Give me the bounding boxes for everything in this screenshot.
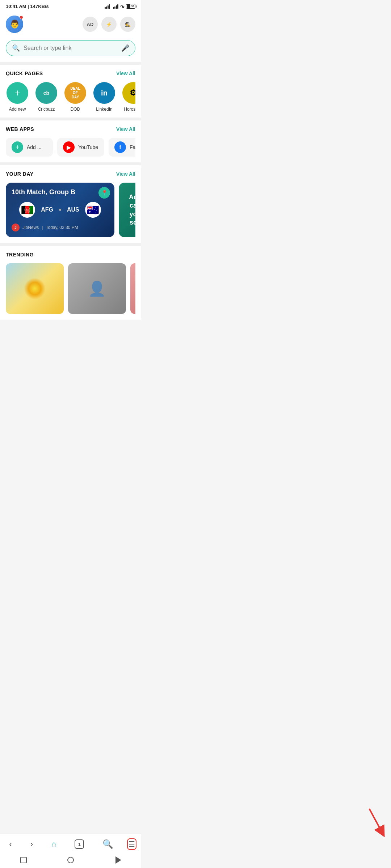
web-apps-view-all[interactable]: View All — [116, 126, 135, 132]
trending-section: TRENDING 👤 👰 — [0, 246, 141, 320]
card-content: 10th Match, Group B 🇦🇫 AFG AUS 🇦🇺 J JioN… — [12, 188, 109, 231]
web-app-add-icon: + — [12, 141, 23, 153]
quick-page-linkedin-label: LinkedIn — [96, 107, 112, 112]
divider-2 — [0, 118, 141, 120]
quick-page-add[interactable]: + Add new — [6, 82, 29, 112]
search-icon: 🔍 — [12, 44, 20, 52]
trending-header: TRENDING — [6, 252, 135, 258]
cricbuzz-icon: cb — [35, 82, 57, 104]
quick-pages-header: QUICK PAGES View All — [6, 71, 135, 76]
heatmap-blob — [24, 278, 46, 299]
team2-flag: 🇦🇺 — [85, 202, 101, 218]
search-bar[interactable]: 🔍 🎤 — [6, 40, 135, 56]
quick-page-cricbuzz-label: Cricbuzz — [38, 107, 55, 112]
web-app-youtube[interactable]: ▶ YouTube — [57, 138, 104, 157]
source-separator: | — [42, 225, 43, 230]
shield-icon: ⚡ — [106, 22, 112, 27]
facebook-icon: f — [114, 141, 126, 153]
spy-icon: 🕵️ — [125, 22, 131, 27]
web-app-facebook-label: Faceb... — [130, 144, 135, 150]
quick-pages-section: QUICK PAGES View All + Add new cb Cricbu… — [0, 65, 141, 118]
header-icons: AD ⚡ 🕵️ — [83, 17, 135, 32]
web-apps-header: WEB APPS View All — [6, 126, 135, 132]
match-time: Today, 02:30 PM — [46, 225, 78, 230]
web-apps-row: + Add ... ▶ YouTube f Faceb... — [6, 138, 135, 158]
status-time: 10:41 AM | 147KB/s — [6, 4, 49, 9]
trending-title: TRENDING — [6, 252, 34, 258]
trending-row: 👤 👰 — [6, 263, 135, 315]
web-app-add[interactable]: + Add ... — [6, 138, 53, 157]
web-apps-title: WEB APPS — [6, 126, 34, 132]
web-app-youtube-label: YouTube — [78, 144, 98, 150]
your-day-header: YOUR DAY View All — [6, 171, 135, 177]
search-container: 🔍 🎤 — [0, 37, 141, 62]
your-day-view-all[interactable]: View All — [116, 171, 135, 177]
divider-4 — [0, 243, 141, 246]
mic-icon[interactable]: 🎤 — [121, 44, 129, 52]
web-app-facebook[interactable]: f Faceb... — [109, 138, 135, 157]
card-source: J JioNews | Today, 02:30 PM — [12, 224, 109, 231]
horoscope-icon: ⚙ — [122, 82, 135, 104]
quick-pages-row: + Add new cb Cricbuzz DEALOFDAY DOD in L… — [6, 82, 135, 113]
ad-card[interactable]: Adcayosc — [119, 183, 135, 237]
ad-text: Adcayosc — [129, 193, 135, 227]
quick-page-dod-label: DOD — [71, 107, 80, 112]
team1-name: AFG — [41, 207, 53, 213]
vs-separator — [59, 209, 61, 211]
incognito-button[interactable]: 🕵️ — [120, 17, 135, 32]
quick-pages-title: QUICK PAGES — [6, 71, 43, 76]
linkedin-icon: in — [93, 82, 115, 104]
notification-dot — [20, 16, 23, 19]
match-title: 10th Match, Group B — [12, 188, 109, 196]
trending-item-1[interactable] — [6, 263, 64, 314]
trending-image-1 — [6, 263, 64, 314]
your-day-title: YOUR DAY — [6, 171, 34, 177]
quick-page-horoscope-label: Horoscop — [124, 107, 135, 112]
quick-page-cricbuzz[interactable]: cb Cricbuzz — [35, 82, 58, 112]
your-day-section: YOUR DAY View All 10th Match, Group B 🇦🇫… — [0, 165, 141, 243]
your-day-scroll: 10th Match, Group B 🇦🇫 AFG AUS 🇦🇺 J JioN… — [6, 183, 135, 239]
signal-icon — [105, 4, 110, 9]
wifi-icon: ∿ — [120, 3, 125, 10]
team1-flag: 🇦🇫 — [19, 202, 35, 218]
quick-page-linkedin[interactable]: in LinkedIn — [93, 82, 116, 112]
trending-item-3[interactable]: 👰 — [130, 263, 135, 314]
trending-image-2: 👤 — [68, 263, 126, 314]
bottom-spacer — [0, 320, 141, 352]
cricket-match-card[interactable]: 10th Match, Group B 🇦🇫 AFG AUS 🇦🇺 J JioN… — [6, 183, 114, 237]
quick-pages-view-all[interactable]: View All — [116, 71, 135, 76]
header: 👨 AD ⚡ 🕵️ — [0, 12, 141, 37]
quick-page-horoscope[interactable]: ⚙ Horoscop — [122, 82, 135, 112]
signal-icon-2 — [113, 4, 118, 9]
status-icons: ∿ 33 — [105, 3, 135, 10]
quick-page-dod[interactable]: DEALOFDAY DOD — [64, 82, 87, 112]
divider-1 — [0, 62, 141, 65]
quick-page-add-label: Add new — [9, 107, 26, 112]
dod-icon: DEALOFDAY — [64, 82, 86, 104]
security-button[interactable]: ⚡ — [101, 17, 117, 32]
status-bar: 10:41 AM | 147KB/s ∿ 33 — [0, 0, 141, 12]
youtube-icon: ▶ — [63, 141, 75, 153]
battery-icon: 33 — [126, 4, 135, 9]
source-name: JioNews — [22, 225, 39, 230]
web-app-add-label: Add ... — [27, 144, 41, 150]
divider-3 — [0, 162, 141, 165]
team2-name: AUS — [67, 207, 79, 213]
web-apps-section: WEB APPS View All + Add ... ▶ YouTube f … — [0, 120, 141, 162]
match-info: 🇦🇫 AFG AUS 🇦🇺 — [12, 202, 109, 218]
trending-image-3: 👰 — [130, 263, 135, 314]
jionews-icon: J — [12, 224, 20, 231]
search-input[interactable] — [24, 45, 118, 51]
trending-item-2[interactable]: 👤 — [68, 263, 126, 314]
avatar[interactable]: 👨 — [6, 16, 23, 33]
add-new-icon: + — [7, 82, 28, 104]
ad-block-button[interactable]: AD — [83, 17, 98, 32]
